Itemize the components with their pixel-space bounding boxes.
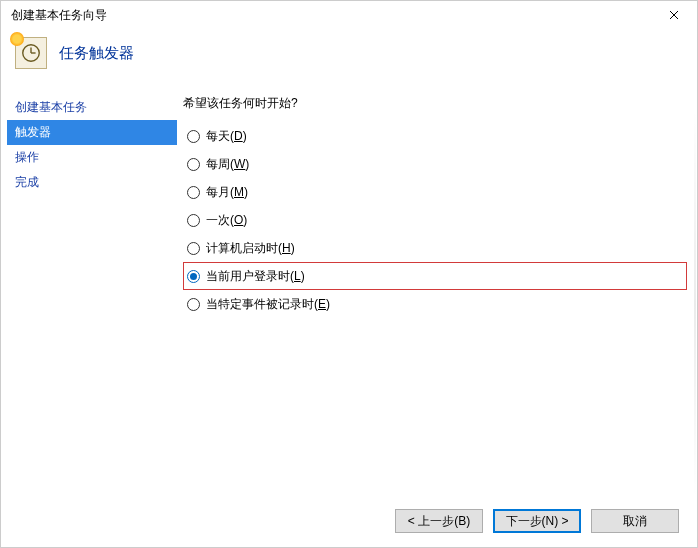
radio-label: 当特定事件被记录时(E) (206, 296, 330, 313)
wizard-content: 希望该任务何时开始? 每天(D)每周(W)每月(M)一次(O)计算机启动时(H)… (177, 87, 697, 499)
trigger-option-1[interactable]: 每周(W) (183, 150, 687, 178)
back-button[interactable]: < 上一步(B) (395, 509, 483, 533)
trigger-option-4[interactable]: 计算机启动时(H) (183, 234, 687, 262)
radio-icon[interactable] (187, 242, 200, 255)
window-title: 创建基本任务向导 (11, 7, 107, 24)
radio-label: 每月(M) (206, 184, 248, 201)
radio-label: 每周(W) (206, 156, 249, 173)
next-button[interactable]: 下一步(N) > (493, 509, 581, 533)
titlebar: 创建基本任务向导 (1, 1, 697, 29)
wizard-step-0[interactable]: 创建基本任务 (7, 95, 177, 120)
wizard-footer: < 上一步(B) 下一步(N) > 取消 (1, 499, 697, 547)
wizard-step-1[interactable]: 触发器 (7, 120, 177, 145)
radio-label: 每天(D) (206, 128, 247, 145)
wizard-body: 创建基本任务触发器操作完成 希望该任务何时开始? 每天(D)每周(W)每月(M)… (1, 87, 697, 499)
wizard-step-2[interactable]: 操作 (7, 145, 177, 170)
radio-label: 当前用户登录时(L) (206, 268, 305, 285)
trigger-option-0[interactable]: 每天(D) (183, 122, 687, 150)
radio-label: 计算机启动时(H) (206, 240, 295, 257)
trigger-option-6[interactable]: 当特定事件被记录时(E) (183, 290, 687, 318)
clock-new-icon (15, 37, 47, 69)
wizard-step-3[interactable]: 完成 (7, 170, 177, 195)
radio-icon[interactable] (187, 130, 200, 143)
trigger-option-2[interactable]: 每月(M) (183, 178, 687, 206)
trigger-option-5[interactable]: 当前用户登录时(L) (183, 262, 687, 290)
radio-label: 一次(O) (206, 212, 247, 229)
page-title: 任务触发器 (59, 44, 134, 63)
trigger-prompt: 希望该任务何时开始? (183, 95, 687, 112)
scrollbar-region (694, 109, 696, 499)
radio-icon[interactable] (187, 270, 200, 283)
radio-icon[interactable] (187, 298, 200, 311)
trigger-options: 每天(D)每周(W)每月(M)一次(O)计算机启动时(H)当前用户登录时(L)当… (183, 122, 687, 318)
radio-icon[interactable] (187, 158, 200, 171)
close-icon (669, 7, 679, 23)
close-button[interactable] (659, 4, 689, 26)
trigger-option-3[interactable]: 一次(O) (183, 206, 687, 234)
radio-icon[interactable] (187, 214, 200, 227)
wizard-steps-sidebar: 创建基本任务触发器操作完成 (1, 87, 177, 499)
wizard-window: 创建基本任务向导 任务触发器 创建基本任务触发器操作完成 希望该任务何时开始? … (0, 0, 698, 548)
cancel-button[interactable]: 取消 (591, 509, 679, 533)
radio-icon[interactable] (187, 186, 200, 199)
wizard-header: 任务触发器 (1, 29, 697, 87)
